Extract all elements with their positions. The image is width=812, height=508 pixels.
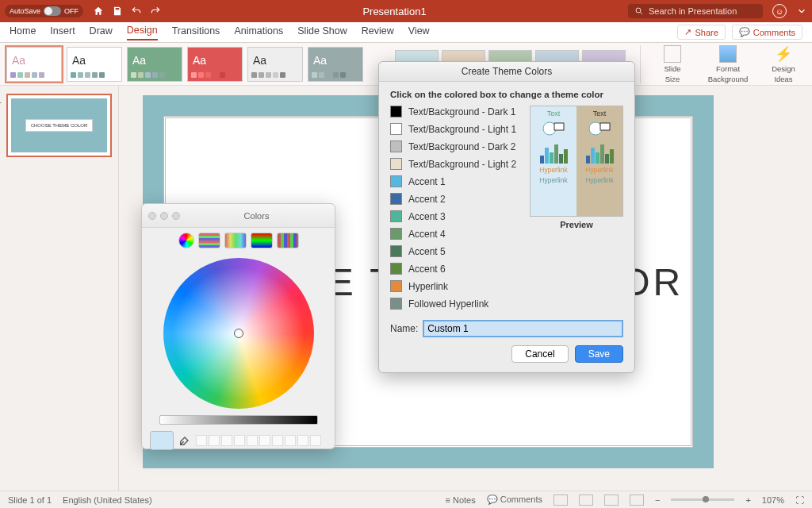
sliders-mode-icon[interactable] — [198, 233, 220, 248]
theme-thumb[interactable]: Aa — [308, 47, 363, 82]
slide-number: 1 — [0, 95, 2, 105]
theme-thumb[interactable]: Aa — [67, 47, 122, 82]
color-swatch[interactable] — [390, 140, 402, 152]
slide-size-button[interactable]: SlideSize — [650, 45, 695, 83]
tab-insert[interactable]: Insert — [50, 25, 75, 40]
zoom-out-icon[interactable]: − — [655, 495, 660, 505]
chevron-down-icon[interactable] — [796, 6, 807, 17]
color-swatch[interactable] — [390, 280, 402, 292]
theme-color-row[interactable]: Accent 3 — [390, 210, 520, 222]
brightness-slider[interactable] — [159, 415, 318, 425]
pencils-mode-icon[interactable] — [277, 233, 299, 248]
theme-color-row[interactable]: Accent 1 — [390, 175, 520, 187]
slide-thumbnail[interactable]: 1 CHOOSE THEME COLOR — [6, 94, 112, 157]
color-swatch[interactable] — [390, 106, 402, 117]
color-row-label: Accent 5 — [408, 246, 446, 257]
theme-color-list: Text/Background - Dark 1Text/Background … — [390, 106, 520, 315]
theme-color-row[interactable]: Text/Background - Light 2 — [390, 158, 520, 170]
color-wheel[interactable] — [163, 258, 314, 409]
color-row-label: Text/Background - Light 1 — [408, 124, 516, 135]
theme-color-row[interactable]: Accent 5 — [390, 245, 520, 257]
save-button[interactable]: Save — [575, 345, 623, 363]
color-row-label: Hyperlink — [408, 281, 448, 292]
normal-view-icon[interactable] — [553, 495, 568, 506]
color-swatch[interactable] — [390, 245, 402, 257]
color-swatch[interactable] — [390, 123, 402, 135]
color-row-label: Text/Background - Dark 1 — [408, 106, 515, 117]
slide-size-icon — [664, 45, 681, 63]
theme-color-row[interactable]: Accent 2 — [390, 193, 520, 205]
wheel-cursor-icon — [234, 329, 243, 338]
tab-home[interactable]: Home — [10, 25, 36, 40]
tab-review[interactable]: Review — [362, 25, 394, 40]
tab-animations[interactable]: Animations — [234, 25, 283, 40]
comments-status-button[interactable]: 💬 Comments — [487, 495, 542, 505]
color-swatch[interactable] — [390, 210, 402, 222]
color-row-label: Accent 6 — [408, 264, 446, 275]
design-ideas-button[interactable]: ⚡DesignIdeas — [761, 45, 806, 83]
home-icon[interactable] — [93, 6, 104, 17]
thumb-title: CHOOSE THEME COLOR — [25, 119, 94, 132]
theme-color-row[interactable]: Followed Hyperlink — [390, 298, 520, 310]
window-controls[interactable] — [148, 212, 180, 220]
eyedropper-icon[interactable] — [178, 434, 191, 447]
color-swatch[interactable] — [390, 298, 402, 310]
theme-color-row[interactable]: Text/Background - Light 1 — [390, 123, 520, 135]
save-icon[interactable] — [112, 6, 123, 17]
theme-color-row[interactable]: Accent 6 — [390, 263, 520, 275]
notes-button[interactable]: ≡ Notes — [446, 495, 476, 505]
picked-color-swatch[interactable] — [150, 431, 174, 450]
zoom-slider[interactable] — [671, 498, 734, 501]
search-input[interactable]: Search in Presentation — [628, 4, 763, 18]
color-wheel-mode-icon[interactable] — [178, 233, 194, 248]
theme-thumb[interactable]: Aa — [6, 47, 62, 82]
recent-swatches[interactable] — [196, 435, 321, 446]
theme-name-input[interactable] — [423, 320, 623, 337]
theme-color-row[interactable]: Hyperlink — [390, 280, 520, 292]
theme-color-row[interactable]: Text/Background - Dark 2 — [390, 140, 520, 152]
share-button[interactable]: ↗ Share — [677, 25, 725, 40]
format-bg-icon — [719, 45, 737, 63]
palettes-mode-icon[interactable] — [224, 233, 247, 248]
slide-thumbnails-pane: 1 CHOOSE THEME COLOR — [0, 86, 119, 491]
svg-rect-2 — [554, 123, 564, 130]
ribbon-tabs: Home Insert Draw Design Transitions Anim… — [0, 22, 812, 43]
redo-icon[interactable] — [150, 6, 161, 17]
color-swatch[interactable] — [390, 263, 402, 275]
zoom-percent[interactable]: 107% — [762, 495, 784, 505]
sorter-view-icon[interactable] — [579, 495, 593, 506]
tab-transitions[interactable]: Transitions — [172, 25, 220, 40]
color-row-label: Text/Background - Light 2 — [408, 159, 516, 170]
cancel-button[interactable]: Cancel — [511, 345, 568, 363]
tab-view[interactable]: View — [408, 25, 430, 40]
theme-color-row[interactable]: Text/Background - Dark 1 — [390, 106, 520, 117]
theme-color-row[interactable]: Accent 4 — [390, 228, 520, 240]
color-row-label: Followed Hyperlink — [408, 298, 488, 310]
quick-access-toolbar — [93, 6, 161, 17]
color-swatch[interactable] — [390, 193, 402, 205]
zoom-in-icon[interactable]: + — [745, 495, 750, 505]
tab-draw[interactable]: Draw — [90, 25, 113, 40]
theme-thumb[interactable]: Aa — [127, 47, 182, 82]
theme-thumb[interactable]: Aa — [187, 47, 243, 82]
color-swatch[interactable] — [390, 175, 402, 187]
colors-panel-title: Colors — [185, 211, 328, 221]
slideshow-view-icon[interactable] — [630, 495, 644, 506]
language-status[interactable]: English (United States) — [63, 495, 152, 505]
spectrum-mode-icon[interactable] — [251, 233, 273, 248]
format-background-button[interactable]: FormatBackground — [706, 45, 750, 83]
feedback-icon[interactable]: ☺ — [772, 4, 787, 18]
reading-view-icon[interactable] — [604, 495, 619, 506]
comments-button[interactable]: 💬 Comments — [732, 25, 802, 40]
color-row-label: Accent 2 — [408, 194, 446, 205]
color-swatch[interactable] — [390, 228, 402, 240]
undo-icon[interactable] — [131, 6, 142, 17]
tab-slideshow[interactable]: Slide Show — [297, 25, 347, 40]
color-swatch[interactable] — [390, 158, 402, 170]
mini-chart-icon — [540, 143, 568, 164]
color-row-label: Accent 3 — [408, 211, 446, 222]
autosave-toggle[interactable]: AutoSave OFF — [5, 5, 83, 17]
fit-to-window-icon[interactable]: ⛶ — [795, 495, 804, 505]
theme-thumb[interactable]: Aa — [247, 47, 303, 82]
tab-design[interactable]: Design — [127, 25, 158, 40]
